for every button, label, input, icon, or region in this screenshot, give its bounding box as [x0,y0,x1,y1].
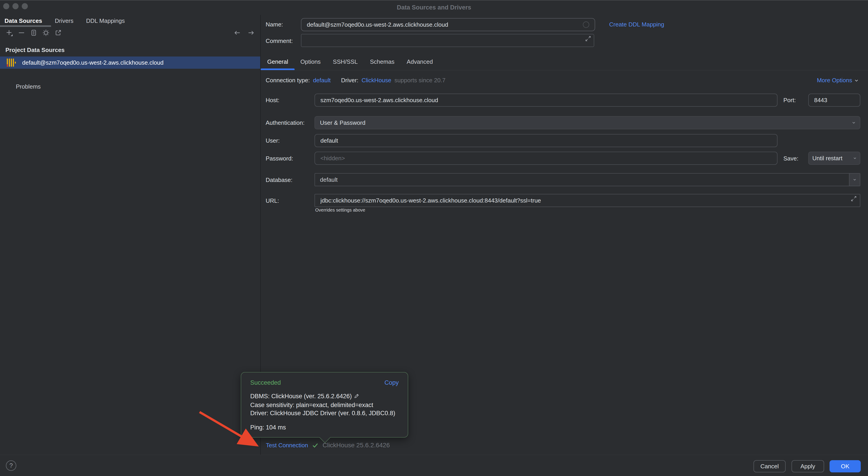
url-override-note: Overrides settings above [315,207,365,213]
connection-type-row: Connection type: default Driver: ClickHo… [266,77,445,84]
expand-url-icon[interactable] [850,195,857,202]
create-ddl-mapping-link[interactable]: Create DDL Mapping [609,21,664,28]
password-input[interactable] [314,152,777,165]
form-tabs-divider [261,70,868,70]
left-toolbar [5,29,62,37]
ok-button[interactable]: OK [830,460,861,472]
url-input[interactable] [314,194,860,207]
connection-type-label: Connection type: [266,77,310,84]
dbms-line: DBMS: ClickHouse (ver. 25.6.2.6426) [250,392,399,401]
popup-notch [319,432,331,443]
port-input[interactable] [808,94,860,107]
ping-line: Ping: 104 ms [241,417,408,431]
database-value: default [320,176,338,183]
window-title: Data Sources and Drivers [0,4,868,11]
tab-drivers[interactable]: Drivers [55,18,73,25]
copy-result-link[interactable]: Copy [384,379,399,386]
connection-type-value-link[interactable]: default [313,77,331,84]
more-options-label: More Options [817,77,852,84]
history-nav [234,29,255,37]
tab-ddl-mappings[interactable]: DDL Mappings [86,18,125,25]
case-sensitivity-line: Case sensitivity: plain=exact, delimited… [250,401,399,409]
user-label: User: [266,137,280,144]
tab-options[interactable]: Options [301,58,321,65]
save-select[interactable]: Until restart [808,152,860,165]
chevron-down-icon[interactable] [849,174,860,186]
data-source-list-item[interactable]: default@szm7oqed0o.us-west-2.aws.clickho… [0,57,260,69]
left-panel-tabs: Data Sources Drivers DDL Mappings [0,15,125,27]
form-tabs: General Options SSH/SSL Schemas Advanced [267,58,433,65]
save-value: Until restart [812,155,842,162]
driver-support-note: supports since 20.7 [394,77,445,84]
cancel-button[interactable]: Cancel [753,460,786,472]
edit-pencil-icon[interactable] [354,394,360,400]
more-options-link[interactable]: More Options [817,77,859,84]
port-label: Port: [783,97,796,104]
plus-icon[interactable] [5,29,13,37]
problems-item[interactable]: Problems [16,83,41,90]
user-input[interactable] [314,134,777,147]
minus-icon[interactable] [18,29,25,37]
project-data-sources-header: Project Data Sources [5,46,65,54]
data-source-item-label: default@szm7oqed0o.us-west-2.aws.clickho… [22,59,164,66]
chevron-down-icon [852,156,858,161]
save-label: Save: [783,155,799,162]
database-combobox[interactable]: default [314,173,860,186]
connection-status-text: ClickHouse 25.6.2.6426 [322,442,390,449]
footer-divider [0,455,868,455]
gear-icon[interactable] [42,29,50,37]
expand-comment-icon[interactable] [585,35,591,42]
comment-label: Comment: [266,37,293,44]
clickhouse-icon [7,59,16,67]
name-sync-icon[interactable] [583,22,589,28]
active-tab-underline [0,25,51,27]
copy-icon[interactable] [30,29,37,37]
check-icon [312,442,319,449]
tab-ssh-ssl[interactable]: SSH/SSL [333,58,358,65]
arrow-left-icon[interactable] [234,29,241,37]
chevron-down-icon [851,120,857,126]
test-connection-link[interactable]: Test Connection [266,442,308,449]
host-input[interactable] [314,94,777,107]
apply-button[interactable]: Apply [792,460,824,472]
authentication-select[interactable]: User & Password [314,116,860,129]
export-icon[interactable] [54,29,62,37]
tab-advanced[interactable]: Advanced [407,58,433,65]
url-label: URL: [266,197,279,204]
left-panel [0,15,260,455]
help-icon[interactable]: ? [6,461,16,471]
host-label: Host: [266,97,279,104]
test-connection-result-popup: Succeeded Copy DBMS: ClickHouse (ver. 25… [241,372,408,438]
comment-input[interactable] [301,34,594,47]
tab-schemas[interactable]: Schemas [370,58,394,65]
name-label: Name: [266,21,283,28]
chevron-down-icon [854,77,859,83]
database-label: Database: [266,176,292,183]
driver-value-link[interactable]: ClickHouse [362,77,392,84]
tab-data-sources[interactable]: Data Sources [4,18,42,25]
name-input[interactable] [301,18,595,31]
arrow-right-icon[interactable] [247,29,255,37]
authentication-label: Authentication: [266,120,305,126]
titlebar: Data Sources and Drivers [0,0,868,15]
driver-line: Driver: ClickHouse JDBC Driver (ver. 0.8… [250,409,399,417]
authentication-value: User & Password [320,120,366,126]
status-succeeded: Succeeded [250,379,281,386]
tab-general[interactable]: General [267,58,288,65]
driver-label: Driver: [341,77,359,84]
password-label: Password: [266,155,293,162]
